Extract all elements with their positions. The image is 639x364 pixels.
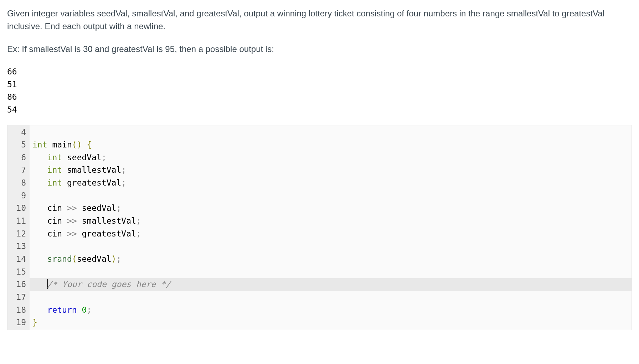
code-token: () — [72, 140, 82, 149]
code-token — [82, 140, 87, 149]
code-token: ; — [136, 216, 141, 225]
code-line[interactable]: } — [30, 316, 632, 329]
line-number: 15 — [12, 266, 26, 279]
code-token: ( — [72, 254, 77, 264]
code-token — [77, 203, 82, 213]
line-number: 8 — [12, 177, 26, 189]
line-number: 4 — [12, 126, 26, 139]
code-line[interactable]: int seedVal; — [30, 151, 632, 164]
code-token: ; — [116, 203, 121, 213]
code-token — [32, 229, 47, 238]
line-number: 11 — [12, 215, 26, 228]
code-token — [32, 203, 47, 213]
code-line[interactable] — [30, 266, 632, 279]
code-editor[interactable]: 45678910111213141516171819 int main() { … — [7, 125, 632, 330]
code-token — [62, 203, 67, 213]
code-line[interactable]: return 0; — [30, 304, 632, 317]
code-line[interactable]: int smallestVal; — [30, 164, 632, 177]
code-token: int — [32, 140, 47, 149]
code-token: seedVal — [67, 153, 102, 162]
code-token — [77, 229, 82, 238]
code-token — [47, 140, 52, 149]
code-line[interactable] — [30, 291, 632, 304]
code-token: ; — [102, 153, 107, 162]
code-line[interactable]: srand(seedVal); — [30, 253, 632, 266]
code-line[interactable]: cin >> greatestVal; — [30, 228, 632, 240]
example-output: 66 51 86 54 — [7, 66, 632, 116]
code-token: int — [47, 153, 62, 162]
code-token: 0 — [82, 305, 87, 314]
code-token — [62, 165, 67, 175]
code-token — [62, 153, 67, 162]
line-number: 19 — [12, 316, 26, 329]
line-number: 9 — [12, 189, 26, 202]
line-number: 7 — [12, 164, 26, 177]
code-token: ) — [112, 254, 117, 264]
code-token — [32, 254, 47, 264]
code-token: cin — [47, 229, 62, 238]
code-token — [77, 216, 82, 225]
code-token: ; — [121, 165, 126, 175]
line-number: 14 — [12, 253, 26, 266]
line-number: 5 — [12, 139, 26, 151]
code-line[interactable]: int main() { — [30, 139, 632, 151]
code-token: ; — [87, 305, 92, 314]
code-token — [77, 305, 82, 314]
code-token: /* Your code goes here */ — [47, 280, 171, 289]
code-token — [32, 178, 47, 187]
line-number: 16 — [12, 278, 26, 291]
code-token: ; — [136, 229, 141, 238]
code-line[interactable]: /* Your code goes here */ — [30, 278, 632, 291]
problem-description: Given integer variables seedVal, smalles… — [7, 7, 632, 33]
line-number: 12 — [12, 228, 26, 240]
code-token: >> — [67, 229, 77, 238]
line-number: 13 — [12, 240, 26, 253]
code-token — [32, 153, 47, 162]
code-line[interactable] — [30, 126, 632, 139]
code-token — [32, 305, 47, 314]
code-token: ; — [121, 178, 126, 187]
code-line[interactable]: int greatestVal; — [30, 177, 632, 189]
code-token — [32, 280, 47, 289]
line-number: 10 — [12, 202, 26, 215]
code-token: srand — [47, 254, 72, 264]
code-line[interactable] — [30, 240, 632, 253]
code-token — [62, 229, 67, 238]
code-token: >> — [67, 216, 77, 225]
code-token: seedVal — [77, 254, 112, 264]
code-token: smallestVal — [67, 165, 121, 175]
example-intro: Ex: If smallestVal is 30 and greatestVal… — [7, 43, 632, 56]
code-token: seedVal — [82, 203, 117, 213]
code-token: ; — [116, 254, 121, 264]
code-token: } — [32, 318, 37, 327]
code-token: cin — [47, 216, 62, 225]
code-token: int — [47, 178, 62, 187]
code-token — [32, 216, 47, 225]
code-token: >> — [67, 203, 77, 213]
line-number: 6 — [12, 151, 26, 164]
code-token — [62, 178, 67, 187]
line-number: 17 — [12, 291, 26, 304]
code-line[interactable] — [30, 189, 632, 202]
code-token: main — [52, 140, 72, 149]
code-token: greatestVal — [82, 229, 136, 238]
code-token: smallestVal — [82, 216, 136, 225]
code-token: cin — [47, 203, 62, 213]
code-token — [32, 165, 47, 175]
code-gutter: 45678910111213141516171819 — [7, 125, 30, 330]
code-token: int — [47, 165, 62, 175]
line-number: 18 — [12, 304, 26, 317]
code-token: return — [47, 305, 77, 314]
code-content[interactable]: int main() { int seedVal; int smallestVa… — [30, 125, 632, 330]
code-line[interactable]: cin >> seedVal; — [30, 202, 632, 215]
code-token: greatestVal — [67, 178, 121, 187]
code-token — [62, 216, 67, 225]
code-line[interactable]: cin >> smallestVal; — [30, 215, 632, 228]
code-token: { — [87, 140, 92, 149]
